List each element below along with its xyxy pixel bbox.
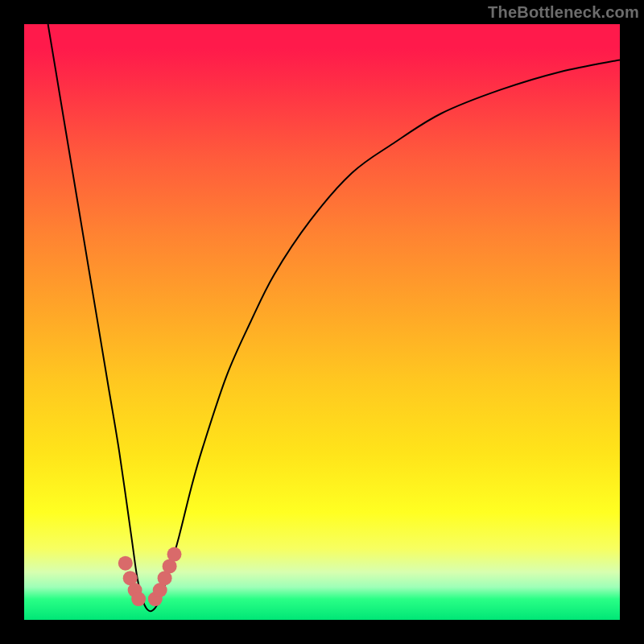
- valley-marker-group: [118, 547, 182, 607]
- valley-marker: [131, 592, 146, 606]
- valley-marker: [167, 547, 182, 562]
- series-curve: [48, 24, 620, 611]
- plot-area: [24, 24, 620, 620]
- chart-container: TheBottleneck.com: [0, 0, 644, 644]
- watermark-label: TheBottleneck.com: [488, 3, 639, 22]
- series-layer: [24, 24, 620, 620]
- valley-marker: [118, 556, 133, 571]
